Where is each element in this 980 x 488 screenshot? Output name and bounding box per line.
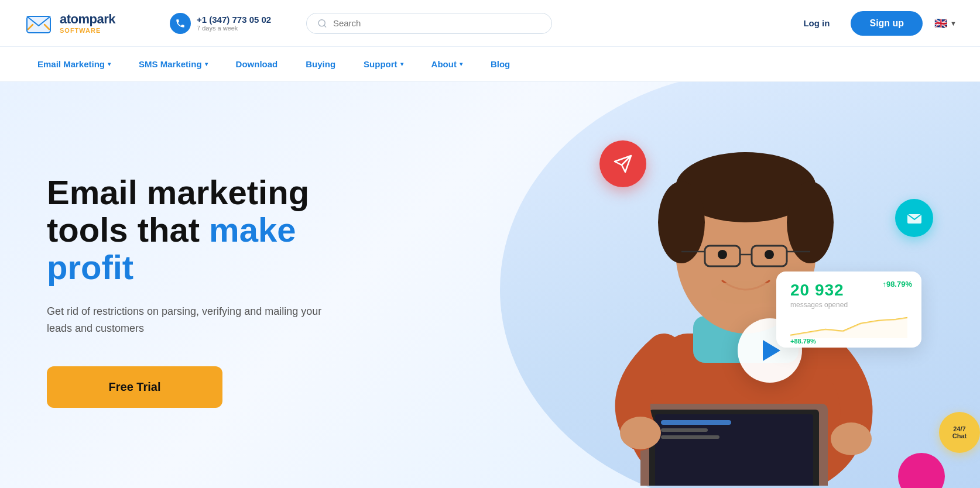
nav-label-download: Download (236, 59, 278, 69)
phone-area: +1 (347) 773 05 02 7 days a week (170, 13, 271, 34)
logo-icon (23, 8, 54, 39)
svg-point-18 (711, 281, 781, 304)
stats-sub-percent: +88.79% (790, 338, 907, 345)
phone-number: +1 (347) 773 05 02 (197, 15, 271, 25)
nav-arrow-about: ▾ (460, 61, 462, 67)
chat-badge-line1: 24/7 (953, 425, 965, 432)
nav-item-blog[interactable]: Blog (477, 47, 524, 82)
phone-days: 7 days a week (197, 25, 271, 32)
nav-item-buying[interactable]: Buying (292, 47, 349, 82)
svg-point-27 (831, 422, 872, 455)
paper-plane-icon (612, 153, 633, 174)
free-trial-button[interactable]: Free Trial (47, 366, 222, 408)
header: atompark software +1 (347) 773 05 02 7 d… (0, 0, 980, 47)
flag-icon: 🇬🇧 (934, 17, 947, 30)
nav-label-about: About (431, 59, 457, 69)
hero-title-line2: tools that (47, 211, 209, 249)
nav-item-about[interactable]: About ▾ (417, 47, 477, 82)
stats-percentage: ↑98.79% (882, 280, 912, 288)
nav-item-download[interactable]: Download (222, 47, 292, 82)
nav-arrow-support: ▾ (400, 61, 403, 67)
logo-brand-name: atompark (60, 12, 115, 27)
stats-chart: +88.79% (790, 315, 907, 338)
hero-title: Email marketing tools that make profit (47, 174, 363, 286)
svg-point-26 (620, 417, 661, 449)
logo[interactable]: atompark software (23, 8, 141, 39)
search-icon (317, 18, 327, 29)
logo-text: atompark software (60, 12, 115, 35)
svg-rect-23 (661, 428, 708, 432)
email-badge (895, 199, 933, 237)
hero-content-left: Email marketing tools that make profit G… (0, 82, 398, 488)
nav-label-blog: Blog (491, 59, 510, 69)
nav-label-buying: Buying (306, 59, 335, 69)
search-input[interactable] (333, 18, 541, 28)
stats-card: 20 932 messages opened ↑98.79% +88.79% (776, 272, 921, 348)
nav-item-sms-marketing[interactable]: SMS Marketing ▾ (125, 47, 222, 82)
paper-plane-badge (599, 140, 646, 187)
chat-badge[interactable]: 24/7 Chat (939, 412, 980, 453)
phone-info: +1 (347) 773 05 02 7 days a week (197, 15, 271, 32)
nav-label-sms-marketing: SMS Marketing (139, 59, 202, 69)
envelope-icon (906, 209, 923, 227)
svg-rect-21 (655, 414, 813, 486)
svg-rect-24 (661, 435, 719, 439)
logo-sub-name: software (60, 27, 115, 35)
nav-arrow-sms-marketing: ▾ (205, 61, 208, 67)
nav-arrow-email-marketing: ▾ (108, 61, 111, 67)
main-navigation: Email Marketing ▾ SMS Marketing ▾ Downlo… (0, 47, 980, 82)
svg-rect-22 (661, 420, 731, 425)
header-right: Log in Sign up 🇬🇧 ▼ (794, 11, 957, 36)
nav-label-email-marketing: Email Marketing (37, 59, 105, 69)
stats-label: messages opened (790, 301, 907, 309)
hero-content-right: 20 932 messages opened ↑98.79% +88.79% 2… (398, 82, 980, 488)
nav-item-support[interactable]: Support ▾ (349, 47, 417, 82)
login-button[interactable]: Log in (794, 13, 839, 33)
phone-icon (170, 13, 191, 34)
hero-subtitle: Get rid of restrictions on parsing, veri… (47, 303, 328, 337)
nav-label-support: Support (364, 59, 398, 69)
nav-item-email-marketing[interactable]: Email Marketing ▾ (23, 47, 125, 82)
signup-button[interactable]: Sign up (851, 11, 923, 36)
hero-section: Email marketing tools that make profit G… (0, 82, 980, 488)
svg-point-14 (718, 250, 727, 259)
hero-title-line1: Email marketing (47, 173, 309, 211)
language-selector[interactable]: 🇬🇧 ▼ (934, 17, 957, 30)
lang-arrow-icon: ▼ (950, 20, 957, 27)
chat-badge-line2: Chat (952, 432, 967, 439)
svg-point-15 (765, 250, 774, 259)
search-bar[interactable] (306, 13, 552, 34)
